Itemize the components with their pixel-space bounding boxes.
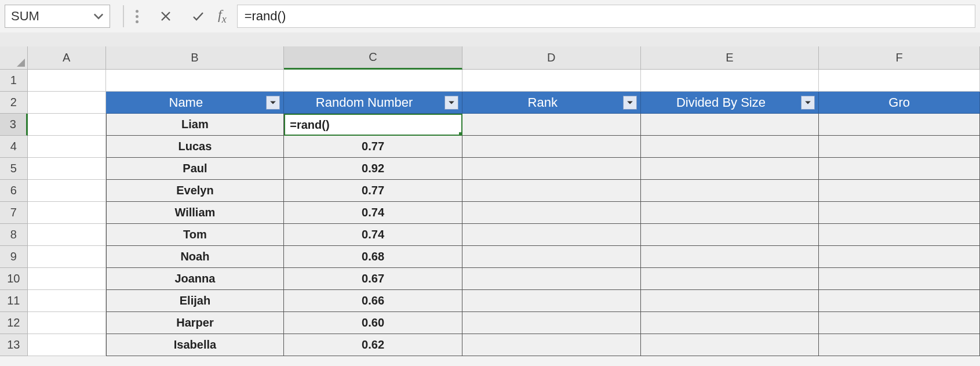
cell-name[interactable]: Noah <box>106 246 285 268</box>
name-box[interactable]: SUM <box>5 5 110 28</box>
cell-name[interactable]: Evelyn <box>106 180 285 202</box>
cell[interactable] <box>462 312 641 334</box>
cell[interactable] <box>819 246 980 268</box>
cell-rand[interactable]: 0.77 <box>284 180 462 202</box>
row-header[interactable]: 4 <box>0 136 28 158</box>
cell-rand[interactable]: 0.77 <box>284 136 462 158</box>
cell[interactable] <box>462 158 641 180</box>
row-header[interactable]: 3 <box>0 114 28 136</box>
row-header[interactable]: 7 <box>0 202 28 224</box>
cell[interactable] <box>462 202 641 224</box>
cell[interactable] <box>819 312 980 334</box>
cell[interactable] <box>641 224 819 246</box>
cell[interactable] <box>28 224 106 246</box>
cell-rand[interactable]: 0.66 <box>284 290 462 312</box>
cell[interactable] <box>28 92 106 114</box>
filter-button[interactable] <box>623 96 637 110</box>
row-header[interactable]: 2 <box>0 92 28 114</box>
cell-name[interactable]: Isabella <box>106 334 285 356</box>
cell[interactable] <box>641 70 819 92</box>
cell-rand[interactable]: 0.74 <box>284 224 462 246</box>
row-header[interactable]: 10 <box>0 268 28 290</box>
cell[interactable] <box>28 290 106 312</box>
cell[interactable] <box>641 290 819 312</box>
cell[interactable] <box>641 114 819 136</box>
cell-name[interactable]: Liam <box>106 114 285 136</box>
drag-handle-icon[interactable] <box>132 5 141 28</box>
cancel-formula-button[interactable] <box>153 5 178 28</box>
cell[interactable] <box>462 224 641 246</box>
cell-rand[interactable]: 0.67 <box>284 268 462 290</box>
filter-button[interactable] <box>801 96 815 110</box>
cell[interactable] <box>641 202 819 224</box>
cell[interactable] <box>462 180 641 202</box>
row-header[interactable]: 12 <box>0 312 28 334</box>
cell-name[interactable]: Harper <box>106 312 285 334</box>
cell[interactable] <box>28 180 106 202</box>
cell[interactable] <box>462 290 641 312</box>
confirm-formula-button[interactable] <box>185 5 211 28</box>
cell[interactable] <box>819 158 980 180</box>
cell-rand[interactable]: 0.74 <box>284 202 462 224</box>
cell[interactable] <box>819 70 980 92</box>
table-header-group[interactable]: Gro <box>819 92 980 114</box>
cell[interactable] <box>819 202 980 224</box>
select-all-button[interactable] <box>0 46 28 70</box>
fx-icon[interactable]: fx <box>218 7 227 26</box>
cell[interactable] <box>462 246 641 268</box>
cell[interactable] <box>28 312 106 334</box>
row-header[interactable]: 9 <box>0 246 28 268</box>
cell-name[interactable]: Tom <box>106 224 285 246</box>
cell[interactable] <box>28 268 106 290</box>
cell-rand[interactable]: 0.62 <box>284 334 462 356</box>
cell[interactable] <box>106 70 285 92</box>
cell-rand[interactable]: 0.92 <box>284 158 462 180</box>
formula-input[interactable]: =rand() <box>237 5 975 28</box>
col-header-F[interactable]: F <box>819 46 980 70</box>
row-header[interactable]: 13 <box>0 334 28 356</box>
cell[interactable] <box>641 268 819 290</box>
cell[interactable] <box>462 114 641 136</box>
cell[interactable] <box>819 114 980 136</box>
col-header-C[interactable]: C <box>284 46 462 70</box>
cell-name[interactable]: Elijah <box>106 290 285 312</box>
table-header-rank[interactable]: Rank <box>462 92 641 114</box>
cell[interactable] <box>28 246 106 268</box>
cell-name[interactable]: William <box>106 202 285 224</box>
table-header-random[interactable]: Random Number <box>284 92 462 114</box>
col-header-D[interactable]: D <box>462 46 641 70</box>
table-header-divided[interactable]: Divided By Size <box>641 92 819 114</box>
cell[interactable] <box>641 334 819 356</box>
col-header-B[interactable]: B <box>106 46 285 70</box>
row-header[interactable]: 8 <box>0 224 28 246</box>
cell[interactable] <box>28 158 106 180</box>
cell[interactable] <box>28 334 106 356</box>
col-header-E[interactable]: E <box>641 46 819 70</box>
row-header[interactable]: 11 <box>0 290 28 312</box>
cell[interactable] <box>641 180 819 202</box>
cell[interactable] <box>28 136 106 158</box>
table-header-name[interactable]: Name <box>106 92 285 114</box>
cell-name[interactable]: Paul <box>106 158 285 180</box>
cell-name[interactable]: Joanna <box>106 268 285 290</box>
cell[interactable] <box>641 158 819 180</box>
cell[interactable] <box>462 136 641 158</box>
cell[interactable] <box>819 136 980 158</box>
cell[interactable] <box>28 114 106 136</box>
active-cell[interactable]: =rand() <box>284 114 462 136</box>
cell[interactable] <box>641 136 819 158</box>
cell-rand[interactable]: 0.60 <box>284 312 462 334</box>
cell[interactable] <box>284 70 462 92</box>
cell-name[interactable]: Lucas <box>106 136 285 158</box>
cell[interactable] <box>462 334 641 356</box>
cell[interactable] <box>819 290 980 312</box>
cell[interactable] <box>819 180 980 202</box>
cell[interactable] <box>819 224 980 246</box>
cell[interactable] <box>462 268 641 290</box>
cell[interactable] <box>28 70 106 92</box>
row-header[interactable]: 5 <box>0 158 28 180</box>
cell[interactable] <box>819 268 980 290</box>
row-header[interactable]: 6 <box>0 180 28 202</box>
cell-rand[interactable]: 0.68 <box>284 246 462 268</box>
row-header[interactable]: 1 <box>0 70 28 92</box>
